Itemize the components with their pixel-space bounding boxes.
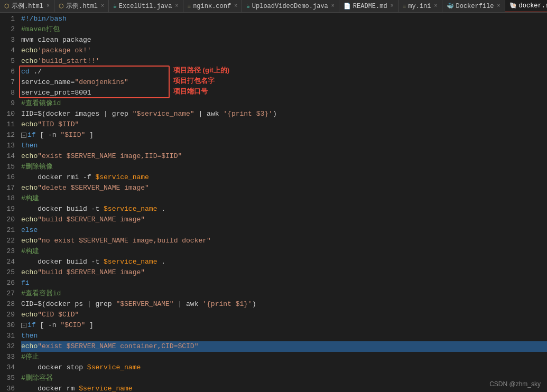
- fold-icon-30[interactable]: −: [21, 323, 26, 328]
- tab-close-5[interactable]: ×: [331, 3, 335, 9]
- tab-3[interactable]: ☕ ExcelUtil.java ×: [109, 0, 183, 13]
- tab-5[interactable]: ☕ UploadVideoDemo.java ×: [242, 0, 339, 13]
- tab-9[interactable]: 🐚 docker.sh ×: [505, 0, 547, 13]
- code-line-27: #查看容器id: [21, 288, 547, 299]
- line-numbers: 1234567891011121314151617181920212223242…: [0, 13, 19, 392]
- code-line-29: echo "CID $CID": [21, 310, 547, 320]
- code-line-18: #构建: [21, 193, 547, 204]
- code-line-22: echo "no exist $SERVER_NAME image,build …: [21, 236, 547, 246]
- code-line-36: docker rm $service_name: [21, 384, 547, 392]
- code-line-33: #停止: [21, 352, 547, 362]
- tab-close-7[interactable]: ×: [434, 3, 438, 9]
- code-line-1: #!/bin/bash: [21, 14, 547, 24]
- code-line-14: echo "exist $SERVER_NAME image,IID=$IID": [21, 151, 547, 162]
- code-line-5: echo 'build_start!!': [21, 56, 547, 67]
- code-line-12: −if [ -n "$IID" ]: [21, 130, 547, 141]
- code-line-35: #删除容器: [21, 373, 547, 384]
- code-line-3: mvm clean package: [21, 35, 547, 45]
- code-line-2: #maven打包: [21, 24, 547, 35]
- tab-icon-3: ☕: [113, 3, 117, 10]
- tab-icon-1: ⬡: [4, 3, 10, 10]
- tab-label-2: 示例.html: [66, 2, 98, 11]
- tab-label-5: UploadVideoDemo.java: [252, 3, 328, 10]
- code-line-28: CID=$(docker ps | grep "$SERVER_NAME" | …: [21, 299, 547, 310]
- tab-6[interactable]: 📄 README.md ×: [339, 0, 398, 13]
- code-line-17: echo "delete $SERVER_NAME image": [21, 183, 547, 193]
- tab-label-4: nginx.conf: [193, 3, 231, 10]
- code-line-4: echo 'package ok!': [21, 45, 547, 56]
- tab-label-7: my.ini: [408, 3, 431, 10]
- fold-icon-12[interactable]: −: [21, 133, 26, 138]
- code-editor: 1234567891011121314151617181920212223242…: [0, 13, 547, 392]
- tab-icon-7: ≡: [403, 3, 406, 10]
- tab-4[interactable]: ≡ nginx.conf ×: [183, 0, 243, 13]
- tab-bar: ⬡ 示例.html × ⬡ 示例.html × ☕ ExcelUtil.java…: [0, 0, 547, 13]
- code-line-16: docker rmi -f $service_name: [21, 172, 547, 183]
- tab-label-3: ExcelUtil.java: [119, 3, 172, 10]
- tab-close-6[interactable]: ×: [391, 3, 394, 9]
- code-line-9: #查看镜像id: [21, 98, 547, 109]
- tab-close-1[interactable]: ×: [47, 3, 50, 9]
- code-line-23: #构建: [21, 246, 547, 257]
- tab-label-1: 示例.html: [12, 2, 43, 11]
- tab-icon-2: ⬡: [59, 3, 64, 10]
- code-line-7: service_name="demojenkins": [21, 77, 547, 88]
- code-line-13: then: [21, 141, 547, 151]
- code-line-20: echo "build $SERVER_NAME image": [21, 214, 547, 225]
- tab-label-9: docker.sh: [519, 2, 547, 10]
- tab-close-3[interactable]: ×: [175, 3, 179, 9]
- tab-icon-8: 🐳: [447, 3, 454, 10]
- code-line-34: docker stop $service_name: [21, 362, 547, 373]
- tab-icon-6: 📄: [344, 3, 351, 10]
- tab-label-8: Dockerfile: [456, 3, 494, 10]
- tab-close-8[interactable]: ×: [497, 3, 500, 9]
- tab-7[interactable]: ≡ my.ini ×: [398, 0, 442, 13]
- csdn-watermark: CSDN @zhm_sky: [489, 380, 541, 388]
- code-line-32: echo "exist $SERVER_NAME container,CID=$…: [21, 341, 547, 352]
- code-line-10: IID=$(docker images | grep "$service_nam…: [21, 109, 547, 119]
- code-line-21: else: [21, 225, 547, 236]
- code-content[interactable]: 项目路径 (git上的) 项目打包名字 项目端口号 #!/bin/bash#ma…: [19, 13, 547, 392]
- code-line-30: −if [ -n "$CID" ]: [21, 320, 547, 331]
- code-line-8: service_prot=8001: [21, 88, 547, 98]
- tab-2[interactable]: ⬡ 示例.html ×: [54, 0, 109, 13]
- code-line-31: then: [21, 331, 547, 341]
- tab-label-6: README.md: [353, 3, 387, 10]
- tab-close-2[interactable]: ×: [101, 3, 104, 9]
- tab-8[interactable]: 🐳 Dockerfile ×: [442, 0, 505, 13]
- code-line-19: docker build -t $service_name .: [21, 204, 547, 214]
- tab-1[interactable]: ⬡ 示例.html ×: [0, 0, 54, 13]
- tab-icon-4: ≡: [188, 3, 191, 10]
- code-line-15: #删除镜像: [21, 162, 547, 172]
- tab-icon-5: ☕: [246, 3, 250, 10]
- code-line-26: fi: [21, 278, 547, 288]
- code-line-25: echo "build $SERVER_NAME image": [21, 267, 547, 278]
- code-line-6: cd ./: [21, 67, 547, 77]
- code-line-24: docker build -t $service_name .: [21, 257, 547, 267]
- tab-close-4[interactable]: ×: [234, 3, 237, 9]
- tab-icon-9: 🐚: [509, 2, 517, 9]
- code-line-11: echo "IID $IID": [21, 119, 547, 130]
